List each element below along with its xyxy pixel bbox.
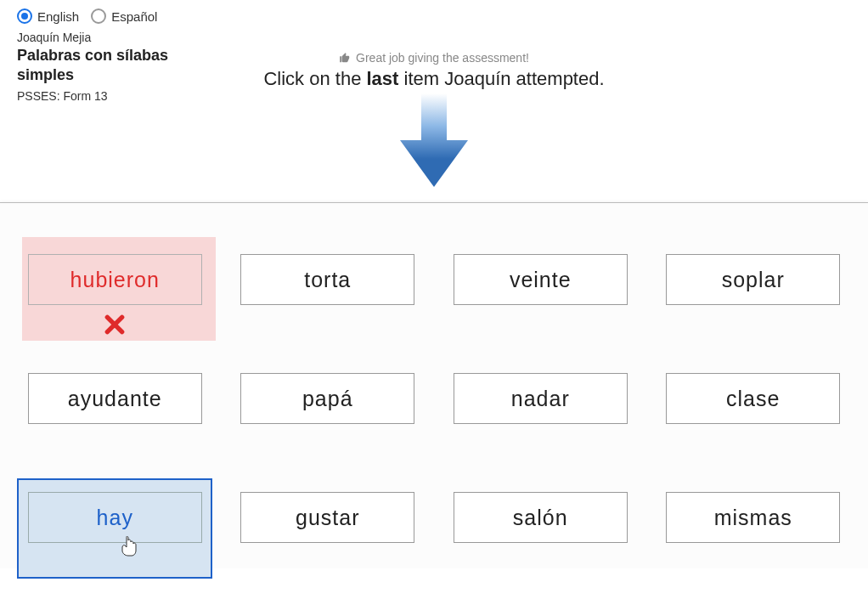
cursor-icon <box>121 536 138 560</box>
word-cell-torta[interactable]: torta <box>239 254 418 305</box>
word-card: hubieron <box>28 254 202 305</box>
word-card: hay <box>28 492 202 543</box>
instr-pre: Click on the <box>263 68 366 89</box>
word-card: nadar <box>454 373 628 424</box>
word-grid: hubieron torta veinte soplar ayudante pa… <box>25 254 843 543</box>
praise-text: Great job giving the assessment! <box>339 51 529 65</box>
word-cell-soplar[interactable]: soplar <box>664 254 843 305</box>
word-cell-clase[interactable]: clase <box>664 373 843 424</box>
word-card: papá <box>240 373 414 424</box>
word-card: gustar <box>240 492 414 543</box>
word-cell-nadar[interactable]: nadar <box>451 373 630 424</box>
radio-english-label: English <box>37 9 79 24</box>
student-name: Joaquín Mejia <box>17 31 851 44</box>
radio-espanol[interactable]: Español <box>91 8 157 24</box>
x-mark-icon <box>104 314 126 339</box>
thumbs-up-icon <box>339 52 351 64</box>
header-area: English Español Joaquín Mejia Palabras c… <box>0 0 868 202</box>
down-arrow-icon <box>400 93 468 190</box>
word-cell-hay[interactable]: hay <box>25 492 205 543</box>
word-cell-ayudante[interactable]: ayudante <box>25 373 205 424</box>
radio-espanol-label: Español <box>111 9 157 24</box>
word-grid-area: hubieron torta veinte soplar ayudante pa… <box>0 203 868 568</box>
word-cell-papa[interactable]: papá <box>239 373 418 424</box>
instr-bold: last <box>367 68 399 89</box>
word-card: veinte <box>454 254 628 305</box>
radio-english[interactable]: English <box>17 8 79 24</box>
word-card: clase <box>666 373 840 424</box>
word-cell-gustar[interactable]: gustar <box>239 492 418 543</box>
praise-label: Great job giving the assessment! <box>356 51 529 65</box>
word-card: torta <box>240 254 414 305</box>
language-selector: English Español <box>17 8 851 24</box>
instruction-text: Click on the last item Joaquín attempted… <box>0 68 868 90</box>
word-cell-salon[interactable]: salón <box>451 492 630 543</box>
radio-icon <box>91 8 106 24</box>
word-cell-mismas[interactable]: mismas <box>664 492 843 543</box>
word-card: salón <box>454 492 628 543</box>
word-card: soplar <box>666 254 840 305</box>
word-card: mismas <box>666 492 840 543</box>
radio-icon <box>17 8 32 24</box>
instruction-block: Great job giving the assessment! Click o… <box>0 51 868 90</box>
instr-post: item Joaquín attempted. <box>398 68 604 89</box>
word-cell-veinte[interactable]: veinte <box>451 254 630 305</box>
word-cell-hubieron[interactable]: hubieron <box>25 254 205 305</box>
word-card: ayudante <box>28 373 202 424</box>
